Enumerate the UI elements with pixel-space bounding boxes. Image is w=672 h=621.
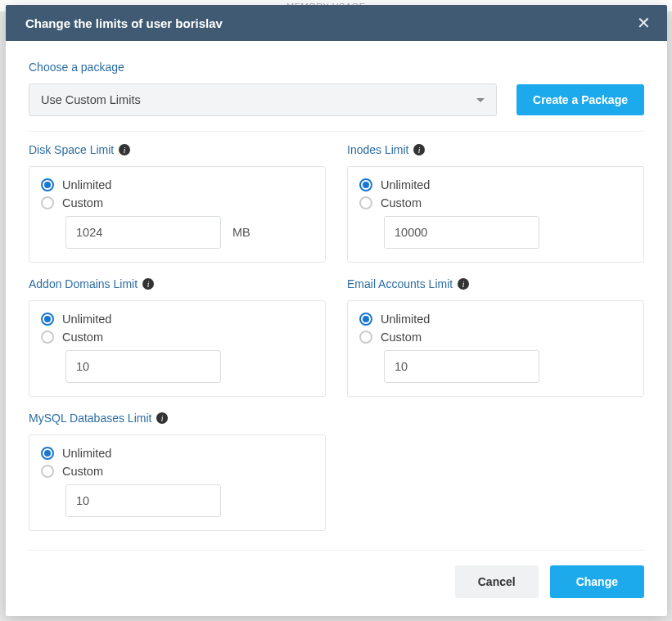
mysql-block: MySQL Databases Limit i Unlimited Custom	[29, 412, 326, 531]
svg-text:i: i	[147, 280, 150, 289]
email-label: Email Accounts Limit i	[347, 277, 644, 290]
disk-custom-radio[interactable]: Custom	[41, 196, 313, 209]
email-custom-input[interactable]	[384, 350, 539, 383]
radio-icon	[359, 196, 372, 209]
cancel-button[interactable]: Cancel	[455, 565, 539, 598]
disk-space-block: Disk Space Limit i Unlimited Custom	[29, 143, 326, 263]
addon-unlimited-radio[interactable]: Unlimited	[41, 313, 313, 326]
info-icon[interactable]: i	[142, 278, 154, 290]
svg-text:i: i	[418, 146, 421, 155]
mysql-label: MySQL Databases Limit i	[29, 412, 326, 425]
modal-header: Change the limits of user borislav ✕	[6, 5, 667, 41]
addon-block: Addon Domains Limit i Unlimited Custom	[29, 277, 326, 397]
change-button[interactable]: Change	[550, 565, 644, 598]
package-select[interactable]: Use Custom Limits	[29, 83, 497, 116]
disk-unit-label: MB	[232, 226, 250, 239]
inodes-block: Inodes Limit i Unlimited Custom	[347, 143, 644, 263]
disk-space-label: Disk Space Limit i	[29, 143, 326, 156]
email-block: Email Accounts Limit i Unlimited Custom	[347, 277, 644, 397]
chevron-down-icon	[476, 98, 485, 102]
email-custom-radio[interactable]: Custom	[359, 331, 632, 344]
mysql-custom-input[interactable]	[65, 484, 221, 517]
inodes-custom-radio[interactable]: Custom	[359, 196, 632, 209]
radio-icon	[41, 313, 54, 326]
change-limits-modal: Change the limits of user borislav ✕ Cho…	[6, 5, 667, 616]
modal-body: Choose a package Use Custom Limits Creat…	[6, 41, 667, 550]
modal-footer: Cancel Change	[29, 550, 644, 616]
radio-icon	[41, 331, 54, 344]
close-icon[interactable]: ✕	[634, 15, 654, 31]
modal-title: Change the limits of user borislav	[25, 16, 223, 30]
package-select-value: Use Custom Limits	[41, 93, 141, 106]
addon-label: Addon Domains Limit i	[29, 277, 326, 290]
svg-text:i: i	[462, 280, 465, 289]
package-label: Choose a package	[29, 61, 644, 74]
inodes-unlimited-radio[interactable]: Unlimited	[359, 178, 632, 191]
mysql-custom-radio[interactable]: Custom	[41, 465, 313, 478]
svg-text:i: i	[124, 146, 126, 155]
addon-custom-radio[interactable]: Custom	[41, 331, 313, 344]
info-icon[interactable]: i	[413, 144, 425, 155]
mysql-unlimited-radio[interactable]: Unlimited	[41, 447, 313, 460]
radio-icon	[41, 178, 54, 191]
radio-icon	[41, 196, 54, 209]
radio-icon	[41, 447, 54, 460]
disk-unlimited-radio[interactable]: Unlimited	[41, 178, 313, 191]
radio-icon	[359, 331, 372, 344]
limits-grid: Disk Space Limit i Unlimited Custom	[29, 143, 644, 531]
inodes-custom-input[interactable]	[384, 216, 539, 249]
info-icon[interactable]: i	[119, 144, 130, 155]
inodes-label: Inodes Limit i	[347, 143, 644, 156]
create-package-button[interactable]: Create a Package	[516, 84, 644, 115]
radio-icon	[359, 313, 372, 326]
package-row: Use Custom Limits Create a Package	[29, 83, 644, 132]
radio-icon	[359, 178, 372, 191]
info-icon[interactable]: i	[458, 278, 469, 290]
radio-icon	[41, 465, 54, 478]
addon-custom-input[interactable]	[65, 350, 221, 383]
email-unlimited-radio[interactable]: Unlimited	[359, 313, 632, 326]
disk-custom-input[interactable]	[65, 216, 221, 249]
svg-text:i: i	[161, 414, 164, 423]
info-icon[interactable]: i	[156, 412, 168, 424]
